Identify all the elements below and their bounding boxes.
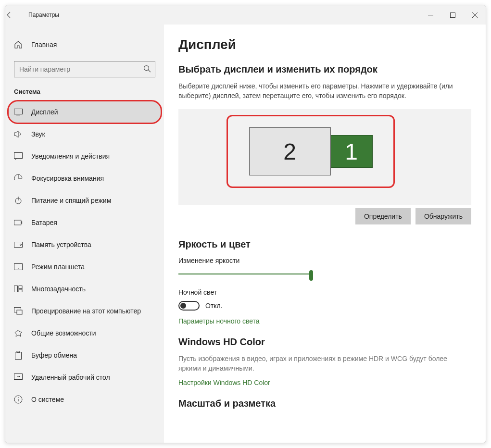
nav-label: Уведомления и действия <box>31 152 110 160</box>
storage-icon <box>14 242 23 248</box>
nav-item-focus[interactable]: Фокусировка внимания <box>5 167 164 189</box>
clipboard-icon <box>14 351 23 360</box>
nav-item-storage[interactable]: Память устройства <box>5 234 164 256</box>
hdcolor-heading: Windows HD Color <box>178 336 471 348</box>
focus-icon <box>14 174 23 183</box>
nav-label: Общие возможности <box>31 329 96 337</box>
nav-label: Фокусировка внимания <box>31 174 104 182</box>
search-icon <box>143 65 151 73</box>
svg-point-26 <box>18 397 19 398</box>
nav-label: О системе <box>31 396 64 403</box>
nav-item-battery[interactable]: Батарея <box>5 212 164 234</box>
detect-button[interactable]: Обнаружить <box>415 208 471 224</box>
nav-item-notifications[interactable]: Уведомления и действия <box>5 145 164 167</box>
nav-label: Батарея <box>31 219 57 226</box>
home-link[interactable]: Главная <box>5 34 164 55</box>
svg-rect-21 <box>17 310 22 314</box>
nav-label: Звук <box>31 130 45 138</box>
identify-button[interactable]: Определить <box>355 208 411 224</box>
svg-point-14 <box>20 244 22 246</box>
category-label: Система <box>5 86 164 101</box>
nav-item-power[interactable]: Питание и спящий режим <box>5 189 164 212</box>
svg-rect-1 <box>450 12 455 17</box>
nav-item-sound[interactable]: Звук <box>5 123 164 145</box>
svg-rect-23 <box>17 351 20 353</box>
titlebar: Параметры <box>5 5 486 25</box>
nav-label: Проецирование на этот компьютер <box>31 307 141 315</box>
monitor-1[interactable]: 1 <box>330 135 373 168</box>
svg-point-16 <box>18 268 19 269</box>
svg-rect-17 <box>14 286 18 292</box>
monitor-2[interactable]: 2 <box>249 127 331 175</box>
nav-item-tablet[interactable]: Режим планшета <box>5 256 164 278</box>
nav-item-multitask[interactable]: Многозадачность <box>5 278 164 300</box>
window-title: Параметры <box>28 12 59 18</box>
tablet-icon <box>14 263 23 270</box>
battery-icon <box>14 220 23 225</box>
nav-item-project[interactable]: Проецирование на этот компьютер <box>5 300 164 322</box>
content-area: Дисплей Выбрать дисплеи и изменить их по… <box>164 25 486 443</box>
nav-label: Память устройства <box>31 241 91 249</box>
remote-icon <box>14 373 23 381</box>
notifications-icon <box>14 152 23 160</box>
sound-icon <box>14 130 23 138</box>
display-icon <box>14 109 23 115</box>
nav-item-shared[interactable]: Общие возможности <box>5 322 164 344</box>
svg-line-5 <box>149 70 151 73</box>
minimize-button[interactable] <box>419 5 441 25</box>
svg-rect-19 <box>19 289 22 292</box>
nav-label: Удаленный рабочий стол <box>31 373 110 381</box>
nav-item-display[interactable]: Дисплей <box>8 101 161 123</box>
maximize-button[interactable] <box>441 5 464 25</box>
back-button[interactable] <box>5 11 28 19</box>
about-icon <box>14 395 23 404</box>
nav-label: Многозадачность <box>31 285 86 293</box>
hdcolor-desc: Пусть изображения в видео, играх и прило… <box>178 354 448 373</box>
svg-rect-11 <box>14 220 21 225</box>
nav-list: Дисплей Звук Уведомления и действия Фоку… <box>5 101 164 411</box>
power-icon <box>14 196 23 205</box>
nav-item-clipboard[interactable]: Буфер обмена <box>5 344 164 366</box>
nav-label: Питание и спящий режим <box>31 197 111 204</box>
brightness-label: Изменение яркости <box>178 257 471 264</box>
svg-rect-12 <box>21 221 22 224</box>
svg-rect-18 <box>19 286 22 289</box>
svg-rect-22 <box>15 352 22 360</box>
nightlight-toggle[interactable] <box>178 301 200 311</box>
window-controls <box>419 5 486 25</box>
display-arrangement[interactable]: 2 1 <box>178 109 471 205</box>
page-title: Дисплей <box>178 37 471 52</box>
arrange-heading: Выбрать дисплеи и изменить их порядок <box>178 64 471 75</box>
svg-rect-13 <box>14 242 23 248</box>
nav-item-remote[interactable]: Удаленный рабочий стол <box>5 366 164 388</box>
brightness-slider[interactable] <box>178 269 313 280</box>
scale-heading: Масштаб и разметка <box>178 398 471 409</box>
arrange-desc: Выберите дисплей ниже, чтобы изменить ег… <box>178 82 457 100</box>
svg-point-4 <box>144 66 149 71</box>
multitask-icon <box>14 286 23 292</box>
nav-label: Дисплей <box>31 108 58 116</box>
home-label: Главная <box>31 41 57 49</box>
close-button[interactable] <box>464 5 486 25</box>
shared-icon <box>14 329 23 337</box>
nightlight-label: Ночной свет <box>178 288 471 296</box>
nav-label: Буфер обмена <box>31 351 77 359</box>
settings-window: Параметры Главная Система Дисплей <box>5 5 486 443</box>
brightness-heading: Яркость и цвет <box>178 239 471 250</box>
svg-rect-8 <box>14 153 23 159</box>
nav-label: Режим планшета <box>31 263 85 271</box>
home-icon <box>14 40 23 49</box>
hdcolor-link[interactable]: Настройки Windows HD Color <box>178 379 471 386</box>
toggle-state: Откл. <box>205 302 223 310</box>
nav-item-about[interactable]: О системе <box>5 388 164 411</box>
search-input[interactable] <box>14 61 155 77</box>
highlight-annotation: 2 1 <box>227 115 395 188</box>
sidebar: Главная Система Дисплей Звук Уведомления <box>5 25 164 443</box>
project-icon <box>14 307 23 315</box>
svg-rect-6 <box>14 109 23 114</box>
nightlight-settings-link[interactable]: Параметры ночного света <box>178 317 471 325</box>
